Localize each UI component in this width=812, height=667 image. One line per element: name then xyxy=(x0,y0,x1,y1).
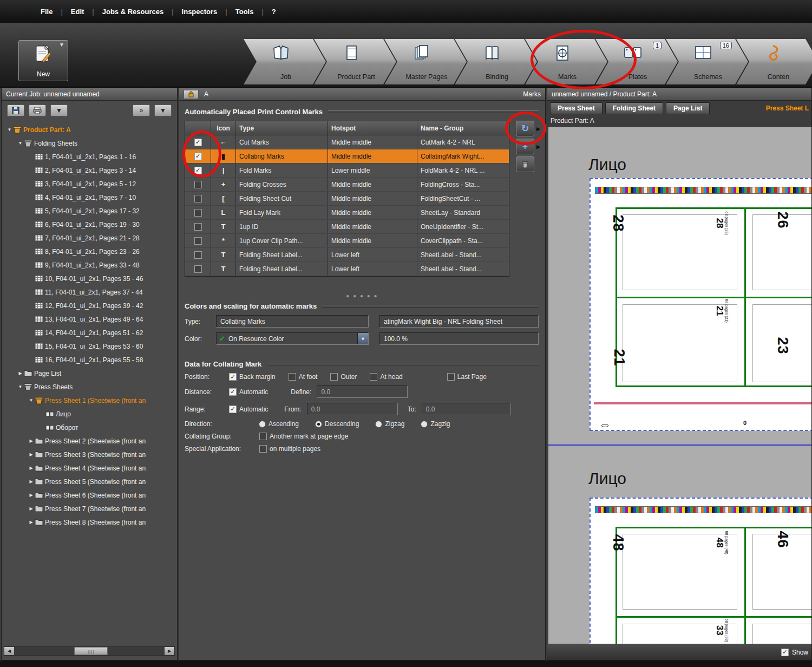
mark-enabled-checkbox[interactable] xyxy=(194,237,202,245)
scale-field[interactable]: 100.0 % xyxy=(379,332,539,345)
expander-right-icon[interactable]: ▶ xyxy=(28,466,35,470)
position-option-at-head[interactable]: At head xyxy=(370,373,402,381)
tree-item-12-f04-01-ui-2x1-pages-39-42[interactable]: 12, F04-01_ui_2x1, Pages 39 - 42 xyxy=(2,299,177,312)
tree-item-9-f04-01-ui-2x1-pages-33-48[interactable]: 9, F04-01_ui_2x1, Pages 33 - 48 xyxy=(2,258,177,272)
tree-item-press-sheet-7-sheetwise-front-an[interactable]: ▶Press Sheet 7 (Sheetwise (front an xyxy=(2,502,177,515)
tree-horizontal-scrollbar[interactable]: ◀ |||| ▶ xyxy=(4,646,175,656)
preview-tab-page-list[interactable]: Page List xyxy=(666,102,710,114)
tree-item-3-f04-01-ui-2x1-pages-5-12[interactable]: 3, F04-01_ui_2x1, Pages 5 - 12 xyxy=(2,177,177,191)
toolbar-step-job[interactable]: Job xyxy=(244,39,326,84)
expand-all-button[interactable]: » xyxy=(133,104,150,116)
new-button[interactable]: ▼ New xyxy=(18,40,68,81)
new-dropdown-caret-icon[interactable]: ▼ xyxy=(59,42,64,48)
color-mode-combo[interactable]: ✓ On Resource Color ▼ xyxy=(216,332,369,345)
tree-item-press-sheet-2-sheetwise-front-an[interactable]: ▶Press Sheet 2 (Sheetwise (front an xyxy=(2,434,177,448)
position-option-outer[interactable]: Outer xyxy=(330,373,357,381)
preview-tab-press-sheet-l[interactable]: Press Sheet L xyxy=(759,103,809,114)
toolbar-step-binding[interactable]: Binding xyxy=(455,39,537,84)
from-field[interactable]: 0.0 xyxy=(307,403,398,415)
mark-enabled-checkbox[interactable] xyxy=(194,181,202,188)
mark-enabled-checkbox[interactable] xyxy=(194,265,202,273)
tree-item-press-sheet-5-sheetwise-front-an[interactable]: ▶Press Sheet 5 (Sheetwise (front an xyxy=(2,475,177,488)
checkbox[interactable] xyxy=(370,373,377,381)
print-button[interactable] xyxy=(29,104,46,116)
expander-right-icon[interactable]: ▶ xyxy=(28,520,35,525)
menu-item-inspectors[interactable]: Inspectors xyxy=(174,8,226,16)
tree-item-press-sheet-8-sheetwise-front-an[interactable]: ▶Press Sheet 8 (Sheetwise (front an xyxy=(2,515,177,529)
expander-down-icon[interactable]: ▼ xyxy=(28,398,35,403)
print-options-dropdown-button[interactable]: ▼ xyxy=(50,104,68,116)
save-button[interactable] xyxy=(7,104,24,116)
checkbox[interactable]: ✓ xyxy=(229,373,237,381)
direction-option-zagzig[interactable]: Zagzig xyxy=(421,420,450,428)
menu-item-tools[interactable]: Tools xyxy=(227,8,262,16)
expander-right-icon[interactable]: ▶ xyxy=(28,506,35,511)
toolbar-step-product-part[interactable]: Product Part xyxy=(314,39,396,84)
radio-button[interactable] xyxy=(421,421,428,428)
sheet-preview-area[interactable]: Лицо2826212368 pages (28)2868 pages (21)… xyxy=(548,127,811,644)
mark-type-field[interactable]: Collating Marks xyxy=(216,315,369,328)
tree-item-press-sheet-1-sheetwise-front-an[interactable]: ▼Press Sheet 1 (Sheetwise (front an xyxy=(2,394,177,407)
direction-option-zigzag[interactable]: Zigzag xyxy=(375,420,404,428)
toolbar-step-schemes[interactable]: Schemes16 xyxy=(666,39,748,84)
tree-item-press-sheet-4-sheetwise-front-an[interactable]: ▶Press Sheet 4 (Sheetwise (front an xyxy=(2,461,177,475)
distance-automatic-checkbox[interactable]: ✓Automatic xyxy=(229,388,268,396)
menu-item-edit[interactable]: Edit xyxy=(63,8,93,16)
mark-row-folding-crosses[interactable]: +Folding CrossesMiddle middleFoldingCros… xyxy=(185,178,509,192)
expander-down-icon[interactable]: ▼ xyxy=(17,141,24,146)
mark-row-1up-cover-clip-path[interactable]: *1up Cover Clip Path...Middle middleCove… xyxy=(185,234,509,248)
tree-item-оборот[interactable]: Оборот xyxy=(2,421,177,434)
expander-right-icon[interactable]: ▶ xyxy=(28,479,35,484)
mark-row-cut-marks[interactable]: ✓⌐Cut MarksMiddle middleCutMark 4-2 - NR… xyxy=(185,135,509,149)
position-option-back-margin[interactable]: ✓Back margin xyxy=(229,373,276,381)
mark-enabled-checkbox[interactable]: ✓ xyxy=(194,167,202,174)
define-field[interactable]: 0.0 xyxy=(317,385,408,398)
scrollbar-thumb[interactable]: |||| xyxy=(74,647,108,655)
delete-mark-button[interactable] xyxy=(516,156,534,172)
expander-right-icon[interactable]: ▶ xyxy=(28,493,35,498)
expander-down-icon[interactable]: ▼ xyxy=(17,384,24,389)
collapse-all-button[interactable]: ▼ xyxy=(154,104,172,116)
mark-enabled-checkbox[interactable] xyxy=(194,209,202,217)
tree-item-5-f04-01-ui-2x1-pages-17-32[interactable]: 5, F04-01_ui_2x1, Pages 17 - 32 xyxy=(2,204,177,218)
position-option-at-foot[interactable]: At foot xyxy=(289,373,318,381)
radio-button[interactable] xyxy=(315,421,322,428)
mark-row-collating-marks[interactable]: ✓▮Collating MarksMiddle middleCollatingM… xyxy=(185,149,509,164)
scrollbar-track[interactable]: |||| xyxy=(14,647,165,655)
tree-item-14-f04-01-ui-2x1-pages-51-62[interactable]: 14, F04-01_ui_2x1, Pages 51 - 62 xyxy=(2,326,177,339)
tree-item-4-f04-01-ui-2x1-pages-7-10[interactable]: 4, F04-01_ui_2x1, Pages 7 - 10 xyxy=(2,191,177,204)
expander-right-icon[interactable]: ▶ xyxy=(28,439,35,443)
range-automatic-checkbox[interactable]: ✓Automatic xyxy=(229,406,268,413)
tree-item-press-sheet-3-sheetwise-front-an[interactable]: ▶Press Sheet 3 (Sheetwise (front an xyxy=(2,448,177,461)
scroll-right-button[interactable]: ▶ xyxy=(165,647,174,655)
checkbox[interactable] xyxy=(447,373,455,381)
mark-enabled-checkbox[interactable] xyxy=(194,251,202,259)
mark-row-1up-id[interactable]: T1up IDMiddle middleOneUpIdentifier - St… xyxy=(185,220,509,234)
add-flyout-icon[interactable]: ▶ xyxy=(536,144,540,149)
lock-button[interactable] xyxy=(184,90,199,99)
direction-option-ascending[interactable]: Ascending xyxy=(259,420,299,428)
preview-tab-press-sheet[interactable]: Press Sheet xyxy=(550,102,603,114)
add-mark-button[interactable]: +▶ xyxy=(516,139,534,154)
mark-name-field[interactable]: atingMark Wight Big - NRL Folding Sheet xyxy=(379,315,539,328)
tree-item-7-f04-01-ui-2x1-pages-21-28[interactable]: 7, F04-01_ui_2x1, Pages 21 - 28 xyxy=(2,231,177,245)
press-sheet-preview-2[interactable]: 484668 pages (48)4868 pages (33)33 xyxy=(590,498,811,644)
mark-enabled-checkbox[interactable]: ✓ xyxy=(194,153,202,160)
expander-right-icon[interactable]: ▶ xyxy=(17,371,24,376)
press-sheet-preview-1[interactable]: 2826212368 pages (28)2868 pages (21)210 xyxy=(590,178,811,431)
tree-item-10-f04-01-ui-2x1-pages-35-46[interactable]: 10, F04-01_ui_2x1, Pages 35 - 46 xyxy=(2,272,177,285)
mark-row-fold-lay-mark[interactable]: LFold Lay MarkMiddle middleSheetLay - St… xyxy=(185,206,509,220)
mark-enabled-checkbox[interactable] xyxy=(194,223,202,231)
tree-item-folding-sheets[interactable]: ▼Folding Sheets xyxy=(2,136,177,150)
toolbar-step-plates[interactable]: Plates1 xyxy=(595,39,678,84)
multiple-pages-checkbox[interactable]: on multiple pages xyxy=(259,445,320,453)
tree-item-2-f04-01-ui-2x1-pages-3-14[interactable]: 2, F04-01_ui_2x1, Pages 3 - 14 xyxy=(2,164,177,177)
refresh-marks-button[interactable]: ↻▶ xyxy=(516,121,534,136)
tree-item-press-sheet-6-sheetwise-front-an[interactable]: ▶Press Sheet 6 (Sheetwise (front an xyxy=(2,488,177,502)
to-field[interactable]: 0.0 xyxy=(422,403,511,415)
radio-button[interactable] xyxy=(375,421,382,428)
mark-row-fold-marks[interactable]: ✓|Fold MarksLower middleFoldMark 4-2 - N… xyxy=(185,164,509,178)
tree-item-1-f04-01-ui-2x1-pages-1-16[interactable]: 1, F04-01_ui_2x1, Pages 1 - 16 xyxy=(2,150,177,164)
menu-item-[interactable]: ? xyxy=(264,8,284,16)
menu-item-jobs-resources[interactable]: Jobs & Resources xyxy=(94,8,172,16)
